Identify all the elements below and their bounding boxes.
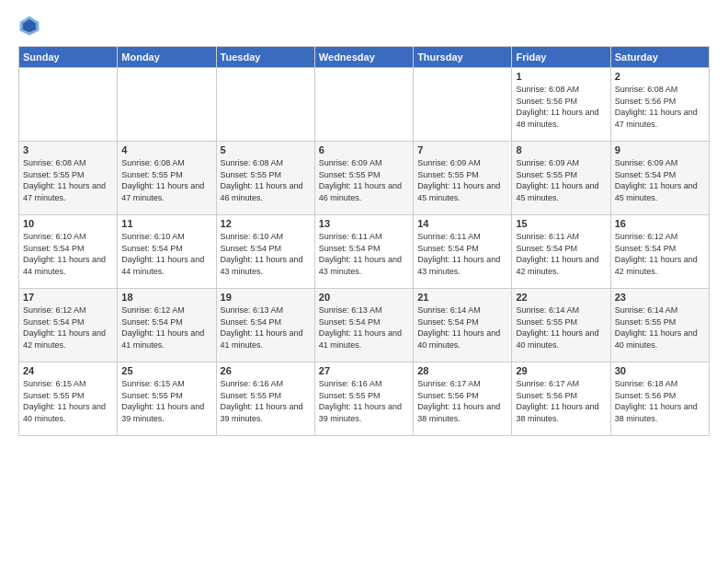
day-number: 12	[221, 218, 311, 229]
calendar-cell: 26Sunrise: 6:16 AM Sunset: 5:55 PM Dayli…	[216, 362, 314, 436]
day-number: 27	[319, 365, 409, 376]
calendar-cell: 27Sunrise: 6:16 AM Sunset: 5:55 PM Dayli…	[314, 362, 413, 436]
calendar-cell: 23Sunrise: 6:14 AM Sunset: 5:55 PM Dayli…	[610, 289, 709, 362]
day-number: 14	[417, 218, 507, 229]
calendar-cell: 14Sunrise: 6:11 AM Sunset: 5:54 PM Dayli…	[414, 215, 512, 289]
day-number: 23	[615, 292, 705, 303]
calendar-week-2: 3Sunrise: 6:08 AM Sunset: 5:55 PM Daylig…	[19, 142, 710, 215]
cell-content: Sunrise: 6:08 AM Sunset: 5:55 PM Dayligh…	[121, 157, 211, 203]
cell-content: Sunrise: 6:08 AM Sunset: 5:55 PM Dayligh…	[23, 157, 113, 203]
calendar-week-5: 24Sunrise: 6:15 AM Sunset: 5:55 PM Dayli…	[19, 362, 710, 436]
day-number: 6	[319, 144, 409, 155]
day-number: 20	[319, 292, 409, 303]
day-number: 9	[615, 144, 705, 155]
calendar-week-4: 17Sunrise: 6:12 AM Sunset: 5:54 PM Dayli…	[19, 289, 710, 362]
calendar-cell	[216, 68, 314, 142]
calendar-header: Sunday Monday Tuesday Wednesday Thursday…	[19, 47, 710, 68]
calendar-cell: 24Sunrise: 6:15 AM Sunset: 5:55 PM Dayli…	[19, 362, 118, 436]
day-number: 8	[516, 144, 606, 155]
calendar-cell	[414, 68, 512, 142]
day-number: 28	[417, 365, 507, 376]
cell-content: Sunrise: 6:14 AM Sunset: 5:54 PM Dayligh…	[417, 304, 507, 350]
day-number: 7	[417, 144, 507, 155]
cell-content: Sunrise: 6:17 AM Sunset: 5:56 PM Dayligh…	[516, 378, 606, 424]
cell-content: Sunrise: 6:09 AM Sunset: 5:54 PM Dayligh…	[615, 157, 705, 203]
calendar-cell: 28Sunrise: 6:17 AM Sunset: 5:56 PM Dayli…	[414, 362, 512, 436]
calendar-cell: 17Sunrise: 6:12 AM Sunset: 5:54 PM Dayli…	[19, 289, 118, 362]
calendar-cell: 22Sunrise: 6:14 AM Sunset: 5:55 PM Dayli…	[512, 289, 610, 362]
col-saturday: Saturday	[610, 47, 709, 68]
day-number: 2	[615, 71, 705, 82]
calendar-cell: 12Sunrise: 6:10 AM Sunset: 5:54 PM Dayli…	[216, 215, 314, 289]
calendar-cell: 11Sunrise: 6:10 AM Sunset: 5:54 PM Dayli…	[118, 215, 216, 289]
col-wednesday: Wednesday	[314, 47, 413, 68]
day-number: 29	[516, 365, 606, 376]
cell-content: Sunrise: 6:14 AM Sunset: 5:55 PM Dayligh…	[615, 304, 705, 350]
calendar-cell: 2Sunrise: 6:08 AM Sunset: 5:56 PM Daylig…	[610, 68, 709, 142]
calendar-cell	[118, 68, 216, 142]
calendar-cell: 1Sunrise: 6:08 AM Sunset: 5:56 PM Daylig…	[512, 68, 610, 142]
calendar-cell: 3Sunrise: 6:08 AM Sunset: 5:55 PM Daylig…	[19, 142, 118, 215]
cell-content: Sunrise: 6:11 AM Sunset: 5:54 PM Dayligh…	[319, 231, 409, 277]
day-number: 19	[221, 292, 311, 303]
calendar-cell: 4Sunrise: 6:08 AM Sunset: 5:55 PM Daylig…	[118, 142, 216, 215]
calendar-cell: 16Sunrise: 6:12 AM Sunset: 5:54 PM Dayli…	[610, 215, 709, 289]
header-row: Sunday Monday Tuesday Wednesday Thursday…	[19, 47, 710, 68]
day-number: 1	[516, 71, 606, 82]
cell-content: Sunrise: 6:13 AM Sunset: 5:54 PM Dayligh…	[221, 304, 311, 350]
cell-content: Sunrise: 6:18 AM Sunset: 5:56 PM Dayligh…	[615, 378, 705, 424]
cell-content: Sunrise: 6:08 AM Sunset: 5:56 PM Dayligh…	[516, 84, 606, 130]
col-monday: Monday	[118, 47, 216, 68]
calendar-cell: 13Sunrise: 6:11 AM Sunset: 5:54 PM Dayli…	[314, 215, 413, 289]
calendar-cell: 8Sunrise: 6:09 AM Sunset: 5:55 PM Daylig…	[512, 142, 610, 215]
cell-content: Sunrise: 6:12 AM Sunset: 5:54 PM Dayligh…	[23, 304, 113, 350]
cell-content: Sunrise: 6:15 AM Sunset: 5:55 PM Dayligh…	[23, 378, 113, 424]
calendar-body: 1Sunrise: 6:08 AM Sunset: 5:56 PM Daylig…	[19, 68, 710, 436]
day-number: 4	[121, 144, 211, 155]
cell-content: Sunrise: 6:09 AM Sunset: 5:55 PM Dayligh…	[417, 157, 507, 203]
cell-content: Sunrise: 6:09 AM Sunset: 5:55 PM Dayligh…	[516, 157, 606, 203]
day-number: 11	[121, 218, 211, 229]
day-number: 5	[221, 144, 311, 155]
calendar-week-1: 1Sunrise: 6:08 AM Sunset: 5:56 PM Daylig…	[19, 68, 710, 142]
calendar-cell: 25Sunrise: 6:15 AM Sunset: 5:55 PM Dayli…	[118, 362, 216, 436]
logo-icon	[18, 15, 40, 37]
cell-content: Sunrise: 6:10 AM Sunset: 5:54 PM Dayligh…	[121, 231, 211, 277]
cell-content: Sunrise: 6:11 AM Sunset: 5:54 PM Dayligh…	[516, 231, 606, 277]
day-number: 30	[615, 365, 705, 376]
cell-content: Sunrise: 6:17 AM Sunset: 5:56 PM Dayligh…	[417, 378, 507, 424]
day-number: 16	[615, 218, 705, 229]
calendar-cell: 21Sunrise: 6:14 AM Sunset: 5:54 PM Dayli…	[414, 289, 512, 362]
cell-content: Sunrise: 6:08 AM Sunset: 5:55 PM Dayligh…	[221, 157, 311, 203]
calendar-cell: 15Sunrise: 6:11 AM Sunset: 5:54 PM Dayli…	[512, 215, 610, 289]
calendar-table: Sunday Monday Tuesday Wednesday Thursday…	[18, 46, 710, 436]
calendar-cell: 20Sunrise: 6:13 AM Sunset: 5:54 PM Dayli…	[314, 289, 413, 362]
logo	[18, 15, 44, 37]
day-number: 24	[23, 365, 113, 376]
day-number: 13	[319, 218, 409, 229]
calendar-cell: 7Sunrise: 6:09 AM Sunset: 5:55 PM Daylig…	[414, 142, 512, 215]
calendar-week-3: 10Sunrise: 6:10 AM Sunset: 5:54 PM Dayli…	[19, 215, 710, 289]
calendar-cell: 19Sunrise: 6:13 AM Sunset: 5:54 PM Dayli…	[216, 289, 314, 362]
calendar-page: Sunday Monday Tuesday Wednesday Thursday…	[0, 0, 728, 445]
calendar-cell	[19, 68, 118, 142]
day-number: 25	[121, 365, 211, 376]
cell-content: Sunrise: 6:16 AM Sunset: 5:55 PM Dayligh…	[221, 378, 311, 424]
cell-content: Sunrise: 6:14 AM Sunset: 5:55 PM Dayligh…	[516, 304, 606, 350]
calendar-cell: 10Sunrise: 6:10 AM Sunset: 5:54 PM Dayli…	[19, 215, 118, 289]
calendar-cell	[314, 68, 413, 142]
cell-content: Sunrise: 6:10 AM Sunset: 5:54 PM Dayligh…	[23, 231, 113, 277]
cell-content: Sunrise: 6:10 AM Sunset: 5:54 PM Dayligh…	[221, 231, 311, 277]
col-thursday: Thursday	[414, 47, 512, 68]
cell-content: Sunrise: 6:11 AM Sunset: 5:54 PM Dayligh…	[417, 231, 507, 277]
col-tuesday: Tuesday	[216, 47, 314, 68]
calendar-cell: 5Sunrise: 6:08 AM Sunset: 5:55 PM Daylig…	[216, 142, 314, 215]
calendar-cell: 30Sunrise: 6:18 AM Sunset: 5:56 PM Dayli…	[610, 362, 709, 436]
day-number: 17	[23, 292, 113, 303]
day-number: 10	[23, 218, 113, 229]
col-friday: Friday	[512, 47, 610, 68]
cell-content: Sunrise: 6:12 AM Sunset: 5:54 PM Dayligh…	[121, 304, 211, 350]
cell-content: Sunrise: 6:09 AM Sunset: 5:55 PM Dayligh…	[319, 157, 409, 203]
day-number: 21	[417, 292, 507, 303]
cell-content: Sunrise: 6:12 AM Sunset: 5:54 PM Dayligh…	[615, 231, 705, 277]
